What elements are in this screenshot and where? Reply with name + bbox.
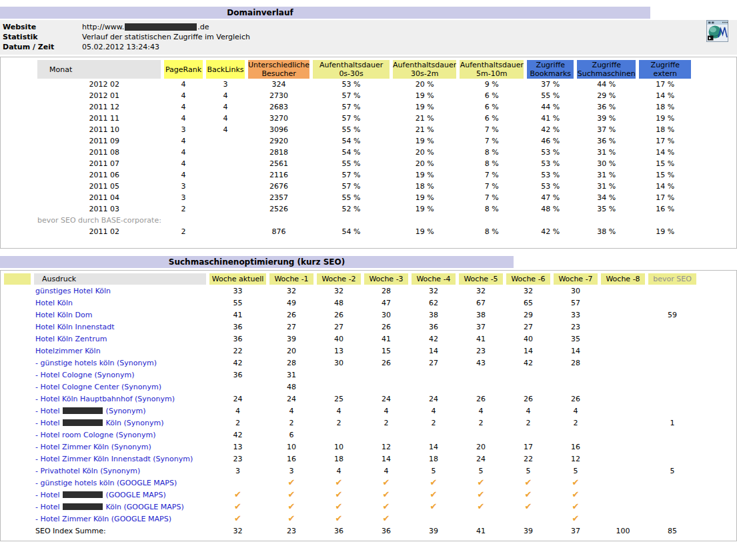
value-cell: 34 % — [577, 192, 636, 203]
value-cell: 20 — [459, 441, 503, 453]
value-cell: 8 % — [460, 226, 524, 237]
value-cell: 20 % — [393, 158, 456, 169]
month-cell: 2011 10 — [37, 124, 161, 135]
spacer-cell — [4, 203, 34, 215]
spacer-cell — [4, 309, 31, 321]
table-row: - Hotel (GOOGLE MAPS)✔✔✔✔✔✔✔✔ — [4, 489, 696, 501]
table-row: 2011 1244268357 %19 %6 %44 %36 %18 % — [4, 101, 691, 113]
value-cell: 23 — [269, 525, 313, 537]
table-row: - Hotel Zimmer Köln (Synonym)13101012142… — [4, 441, 696, 453]
value-cell: 19 % — [393, 203, 456, 215]
value-cell — [317, 381, 361, 393]
value-cell: 47 % — [527, 192, 574, 203]
keyword-link[interactable]: Hotel Köln — [34, 297, 206, 309]
value-cell — [206, 135, 245, 147]
value-cell: 53 % — [527, 147, 574, 158]
stats-app-icon[interactable] — [706, 20, 728, 42]
checkmark-icon: ✔ — [478, 489, 485, 499]
table-row: 2011 053267657 %18 %7 %53 %31 %14 % — [4, 181, 691, 192]
value-cell: ✔ — [364, 513, 408, 525]
keyword-link[interactable]: - günstige hotels köln (GOOGLE MAPS) — [34, 477, 206, 489]
keyword-link[interactable]: Hotel Köln Zentrum — [34, 333, 206, 345]
value-cell: 4 — [164, 158, 203, 169]
value-cell: 26 — [269, 309, 313, 321]
keyword-link[interactable]: - Privathotel Köln (Synonym) — [34, 465, 206, 477]
value-cell: 32 — [412, 285, 456, 297]
datum-value: 05.02.2012 13:24:43 — [82, 42, 159, 52]
value-cell — [506, 381, 550, 393]
value-cell: 38 — [412, 309, 456, 321]
checkmark-icon: ✔ — [335, 501, 343, 511]
spacer-cell — [4, 477, 31, 489]
keyword-link[interactable]: - Hotel Köln Hauptbahnhof (Synonym) — [34, 393, 206, 405]
value-cell — [648, 357, 696, 369]
statistik-value: Verlauf der statistischen Zugriffe im Ve… — [82, 32, 250, 42]
value-cell — [601, 285, 645, 297]
value-cell: 16 % — [639, 203, 691, 215]
value-cell: 4 — [164, 79, 203, 90]
keyword-link[interactable]: - Hotel Köln (GOOGLE MAPS) — [34, 501, 206, 513]
value-cell: 41 — [459, 333, 503, 345]
keyword-link[interactable]: - Hotel Cologne Center (Synonym) — [34, 381, 206, 393]
keyword-text: günstiges Hotel Köln — [35, 287, 111, 295]
value-cell — [601, 417, 645, 429]
value-cell — [459, 429, 503, 441]
keyword-link[interactable]: - Hotel room Cologne (Synonym) — [34, 429, 206, 441]
value-cell: 85 — [648, 525, 696, 537]
value-cell — [206, 203, 245, 215]
value-cell: 21 % — [393, 124, 456, 135]
value-cell: 22 — [209, 345, 266, 357]
value-cell: 41 — [209, 309, 266, 321]
value-cell: 31 — [269, 369, 313, 381]
value-cell: 4 — [364, 465, 408, 477]
value-cell: 4 — [209, 405, 266, 417]
keyword-text: Hotel Köln Zentrum — [35, 335, 107, 343]
checkmark-icon: ✔ — [572, 513, 580, 523]
keyword-text: Köln (Synonym) — [103, 419, 163, 427]
value-cell: 19 % — [393, 90, 456, 101]
value-cell: 20 % — [393, 79, 456, 90]
keyword-link[interactable]: Hotelzimmer Köln — [34, 345, 206, 357]
keyword-link[interactable]: - Hotel Cologne (Synonym) — [34, 369, 206, 381]
value-cell: ✔ — [209, 489, 266, 501]
keyword-link[interactable]: - Hotel Zimmer Köln (GOOGLE MAPS) — [34, 513, 206, 525]
spacer-cell — [4, 79, 34, 90]
keyword-link[interactable]: - günstige hotels köln (Synonym) — [34, 357, 206, 369]
value-cell — [601, 429, 645, 441]
spacer-cell — [4, 135, 34, 147]
value-cell: 37 % — [577, 124, 636, 135]
value-cell — [601, 345, 645, 357]
month-cell: 2011 03 — [37, 203, 161, 215]
keyword-link[interactable]: - Hotel Zimmer Köln Innenstadt (Synonym) — [34, 453, 206, 465]
value-cell: ✔ — [364, 501, 408, 513]
value-cell: 13 — [317, 345, 361, 357]
value-cell: 3270 — [248, 113, 309, 124]
keyword-link[interactable]: Hotel Köln Innenstadt — [34, 321, 206, 333]
value-cell: 36 — [209, 369, 266, 381]
value-cell: 26 — [506, 393, 550, 405]
value-cell: ✔ — [554, 501, 598, 513]
keyword-link[interactable]: Hotel Köln Dom — [34, 309, 206, 321]
value-cell: 65 — [506, 297, 550, 309]
keyword-link[interactable]: - Hotel (GOOGLE MAPS) — [34, 489, 206, 501]
value-cell: 2 — [164, 203, 203, 215]
table-row: 2011 1034309655 %21 %7 %42 %37 %18 % — [4, 124, 691, 135]
column-header: Woche -3 — [364, 273, 408, 285]
value-cell — [601, 357, 645, 369]
keyword-text: - Hotel Zimmer Köln (Synonym) — [35, 443, 151, 451]
value-cell: 2 — [459, 417, 503, 429]
keyword-text: - Hotel — [35, 419, 62, 427]
checkmark-icon: ✔ — [335, 489, 343, 499]
value-cell — [601, 477, 645, 489]
keyword-text: - Privathotel Köln (Synonym) — [35, 467, 140, 475]
value-cell: 38 — [459, 309, 503, 321]
value-cell: 24 — [459, 453, 503, 465]
value-cell: 62 — [412, 297, 456, 309]
value-cell: 26 — [317, 309, 361, 321]
keyword-link[interactable]: - Hotel Zimmer Köln (Synonym) — [34, 441, 206, 453]
table-row: 2012 024332453 %20 %9 %37 %44 %17 % — [4, 79, 691, 90]
value-cell: 19 % — [393, 226, 456, 237]
keyword-link[interactable]: - Hotel (Synonym) — [34, 405, 206, 417]
keyword-link[interactable]: günstiges Hotel Köln — [34, 285, 206, 297]
keyword-link[interactable]: - Hotel Köln (Synonym) — [34, 417, 206, 429]
